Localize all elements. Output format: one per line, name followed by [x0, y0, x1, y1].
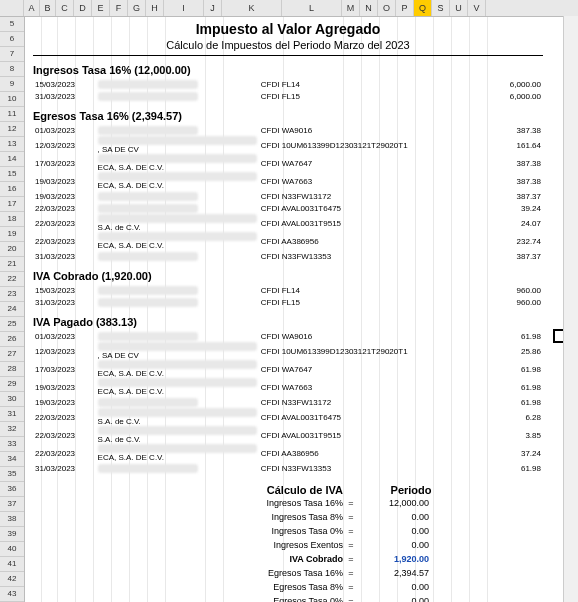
- section-header: IVA Cobrado (1,920.00): [33, 270, 543, 282]
- row-header-22[interactable]: 22: [0, 272, 24, 287]
- row-header-14[interactable]: 14: [0, 152, 24, 167]
- tx-date: 15/03/2023: [33, 284, 96, 296]
- col-header-O[interactable]: O: [378, 0, 396, 16]
- tx-date: 31/03/2023: [33, 90, 96, 102]
- sheet-grid[interactable]: Impuesto al Valor Agregado Cálculo de Im…: [25, 17, 578, 602]
- col-header-J[interactable]: J: [204, 0, 222, 16]
- row-header-12[interactable]: 12: [0, 122, 24, 137]
- row-header-26[interactable]: 26: [0, 332, 24, 347]
- tx-party: [96, 462, 259, 474]
- tx-amount: 37.24: [465, 444, 543, 462]
- col-header-F[interactable]: F: [110, 0, 128, 16]
- row-header-13[interactable]: 13: [0, 137, 24, 152]
- calc-value: 12,000.00: [359, 498, 429, 508]
- row-header-35[interactable]: 35: [0, 467, 24, 482]
- row-header-33[interactable]: 33: [0, 437, 24, 452]
- col-header-N[interactable]: N: [360, 0, 378, 16]
- row-header-25[interactable]: 25: [0, 317, 24, 332]
- row-header-6[interactable]: 6: [0, 32, 24, 47]
- tx-party: [96, 190, 259, 202]
- col-header-M[interactable]: M: [342, 0, 360, 16]
- tx-amount: 387.38: [465, 172, 543, 190]
- table-row: 22/03/2023 ECA, S.A. DE C.V.CFDI AA38695…: [33, 444, 543, 462]
- tx-date: 22/03/2023: [33, 444, 96, 462]
- col-header-E[interactable]: E: [92, 0, 110, 16]
- tx-party: [96, 124, 259, 136]
- divider: [33, 55, 543, 56]
- table-row: 22/03/2023CFDI AVAL0031T647539.24: [33, 202, 543, 214]
- calc-value: 0.00: [359, 540, 429, 550]
- vertical-scrollbar[interactable]: [563, 16, 578, 602]
- row-header-5[interactable]: 5: [0, 17, 24, 32]
- row-header-19[interactable]: 19: [0, 227, 24, 242]
- row-header-42[interactable]: 42: [0, 572, 24, 587]
- row-header-15[interactable]: 15: [0, 167, 24, 182]
- doc-title: Impuesto al Valor Agregado: [33, 21, 543, 37]
- col-header-A[interactable]: A: [24, 0, 40, 16]
- col-header-V[interactable]: V: [468, 0, 486, 16]
- row-header-30[interactable]: 30: [0, 392, 24, 407]
- tx-date: 22/03/2023: [33, 202, 96, 214]
- tx-ref: CFDI AVAL0031T6475: [259, 202, 465, 214]
- row-header-18[interactable]: 18: [0, 212, 24, 227]
- calc-row: IVA Cobrado=1,920.00: [143, 552, 543, 566]
- calc-row: Ingresos Exentos=0.00: [143, 538, 543, 552]
- col-header-U[interactable]: U: [450, 0, 468, 16]
- row-header-38[interactable]: 38: [0, 512, 24, 527]
- row-header-20[interactable]: 20: [0, 242, 24, 257]
- row-header-43[interactable]: 43: [0, 587, 24, 602]
- tx-party: [96, 330, 259, 342]
- tx-ref: CFDI AA386956: [259, 444, 465, 462]
- col-header-K[interactable]: K: [222, 0, 282, 16]
- column-headers[interactable]: ABCDEFGHIJKLMNOPQSUV: [0, 0, 578, 17]
- tx-party: [96, 284, 259, 296]
- row-header-36[interactable]: 36: [0, 482, 24, 497]
- col-header-P[interactable]: P: [396, 0, 414, 16]
- row-header-24[interactable]: 24: [0, 302, 24, 317]
- col-header-D[interactable]: D: [74, 0, 92, 16]
- calc-period-label: Periodo: [362, 484, 432, 496]
- row-header-21[interactable]: 21: [0, 257, 24, 272]
- tx-date: 22/03/2023: [33, 426, 96, 444]
- table-row: 22/03/2023 S.A. de C.V.CFDI AVAL0031T951…: [33, 426, 543, 444]
- col-header-B[interactable]: B: [40, 0, 56, 16]
- col-header-G[interactable]: G: [128, 0, 146, 16]
- row-header-11[interactable]: 11: [0, 107, 24, 122]
- row-header-41[interactable]: 41: [0, 557, 24, 572]
- calc-label: Ingresos Tasa 16%: [143, 498, 343, 508]
- row-header-40[interactable]: 40: [0, 542, 24, 557]
- tx-amount: 387.37: [465, 250, 543, 262]
- row-header-16[interactable]: 16: [0, 182, 24, 197]
- row-header-9[interactable]: 9: [0, 77, 24, 92]
- tx-party: ECA, S.A. DE C.V.: [96, 172, 259, 190]
- row-header-7[interactable]: 7: [0, 47, 24, 62]
- tx-ref: CFDI FL14: [259, 284, 465, 296]
- tx-ref: CFDI N33FW13172: [259, 190, 465, 202]
- tx-amount: 25.86: [465, 342, 543, 360]
- row-header-37[interactable]: 37: [0, 497, 24, 512]
- row-header-27[interactable]: 27: [0, 347, 24, 362]
- tx-ref: CFDI 10UM613399D12303121T29020T1: [259, 136, 465, 154]
- table-row: 19/03/2023 ECA, S.A. DE C.V.CFDI WA76633…: [33, 172, 543, 190]
- row-headers[interactable]: 5678910111213141516171819202122232425262…: [0, 17, 25, 602]
- row-header-39[interactable]: 39: [0, 527, 24, 542]
- tx-party: [96, 90, 259, 102]
- col-header-C[interactable]: C: [56, 0, 74, 16]
- col-header-L[interactable]: L: [282, 0, 342, 16]
- row-header-31[interactable]: 31: [0, 407, 24, 422]
- tx-amount: 39.24: [465, 202, 543, 214]
- tx-date: 15/03/2023: [33, 78, 96, 90]
- col-header-S[interactable]: S: [432, 0, 450, 16]
- tx-party: [96, 202, 259, 214]
- row-header-28[interactable]: 28: [0, 362, 24, 377]
- row-header-29[interactable]: 29: [0, 377, 24, 392]
- col-header-H[interactable]: H: [146, 0, 164, 16]
- row-header-32[interactable]: 32: [0, 422, 24, 437]
- row-header-34[interactable]: 34: [0, 452, 24, 467]
- col-header-I[interactable]: I: [164, 0, 204, 16]
- col-header-Q[interactable]: Q: [414, 0, 432, 16]
- row-header-8[interactable]: 8: [0, 62, 24, 77]
- row-header-17[interactable]: 17: [0, 197, 24, 212]
- row-header-23[interactable]: 23: [0, 287, 24, 302]
- row-header-10[interactable]: 10: [0, 92, 24, 107]
